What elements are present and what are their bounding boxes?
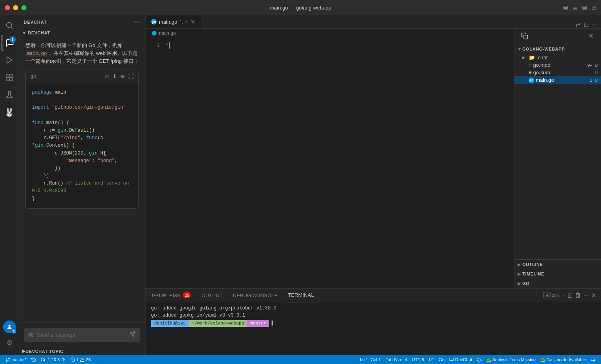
- code-block-actions: ⧉ ⬇ ⊕ ⛶: [105, 72, 134, 81]
- panel-toggle-icon[interactable]: ▣: [581, 4, 588, 11]
- chat-input-area: ⊕: [19, 323, 145, 347]
- outline-header[interactable]: ▶ OUTLINE: [514, 260, 601, 269]
- activity-devchat[interactable]: 3: [2, 35, 17, 51]
- devchat-section-header[interactable]: ▼ DEVCHAT: [19, 29, 145, 37]
- status-devchat[interactable]: DevChat: [447, 355, 474, 364]
- copy-icon[interactable]: ⧉: [105, 72, 109, 81]
- explorer-section-header[interactable]: ▼ GOLANG-WEBAPP: [514, 44, 601, 54]
- status-cloud[interactable]: [474, 355, 484, 364]
- activity-search[interactable]: [2, 17, 17, 33]
- expand-icon[interactable]: ⛶: [128, 72, 134, 81]
- split-terminal-icon[interactable]: ⊡: [567, 292, 573, 299]
- timeline-header[interactable]: ▶ TIMELINE: [514, 269, 601, 279]
- close-sidebar-icon[interactable]: ✕: [585, 30, 596, 41]
- cursor-line: ^: [165, 41, 514, 50]
- maximize-dot[interactable]: [21, 5, 26, 10]
- go-chevron-icon: ▶: [518, 281, 522, 286]
- panel-tab-terminal[interactable]: TERMINAL: [283, 289, 319, 302]
- code-lang: go: [30, 73, 36, 80]
- insert-icon[interactable]: ⬇: [112, 72, 117, 81]
- status-language[interactable]: Go: [437, 355, 447, 364]
- tab-close-icon[interactable]: ✕: [191, 19, 195, 25]
- tree-maingo-file[interactable]: go main.go 1, U: [514, 76, 601, 84]
- main-container: 3 🐰 1 ⚙ DEVCHA: [0, 15, 601, 355]
- diff-icon[interactable]: ⊕: [120, 72, 125, 81]
- status-tab-size[interactable]: Tab Size: 4: [383, 355, 409, 364]
- chat-input[interactable]: [37, 332, 126, 338]
- layout-icon[interactable]: ⊟: [591, 4, 597, 11]
- outline-chevron-icon: ▶: [518, 262, 522, 267]
- kill-terminal-icon[interactable]: 🗑: [575, 292, 581, 299]
- problems-badge: 26: [183, 292, 191, 298]
- devchat-topic-header[interactable]: ▶ DEVCHAT-TOPIC: [19, 347, 145, 355]
- terminal-label: TERMINAL: [288, 292, 314, 298]
- line-numbers: 1: [146, 38, 165, 288]
- tree-badge-maingo: 1, U: [590, 78, 598, 83]
- encoding-text: UTF-8: [412, 357, 424, 362]
- activity-lab[interactable]: [2, 87, 17, 103]
- status-branch[interactable]: master*: [3, 355, 29, 364]
- status-notifications[interactable]: [588, 355, 598, 364]
- panel-actions: ⊞ zsh + ⊡ 🗑 ··· ✕: [540, 292, 599, 299]
- error-count: 1: [76, 357, 79, 362]
- send-icon[interactable]: [129, 331, 136, 339]
- panel-tab-problems[interactable]: PROBLEMS 26: [147, 289, 196, 302]
- editor-body[interactable]: 1 ^: [146, 38, 514, 288]
- account-avatar[interactable]: 1: [3, 321, 16, 333]
- minimize-dot[interactable]: [13, 5, 18, 10]
- status-go-version[interactable]: Go 1.20.3: [38, 355, 68, 364]
- output-label: OUTPUT: [201, 292, 222, 298]
- prompt-path: ~/Work/golang-webapp: [189, 320, 247, 327]
- branch-name: master*: [11, 357, 26, 362]
- copy-sidebar-icon[interactable]: [519, 30, 530, 41]
- terminal-line-2: go: added gopkg.in/yaml.v3 v3.0.1: [151, 312, 595, 319]
- statusbar: master* Go 1.20.3 1 25 Ln 1, Col 1 Tab S…: [0, 355, 601, 364]
- sidebar-toggle-icon[interactable]: ▣: [562, 4, 569, 11]
- activity-settings[interactable]: ⚙: [2, 335, 17, 351]
- editor-content[interactable]: ^: [165, 38, 514, 288]
- activity-rabbit[interactable]: 🐰: [2, 104, 17, 120]
- activity-extensions[interactable]: [2, 70, 17, 85]
- status-position[interactable]: Ln 1, Col 1: [357, 355, 383, 364]
- lightning-icon: [61, 357, 66, 362]
- error-icon: [70, 357, 75, 362]
- mod-file-icon: ≡: [529, 62, 532, 68]
- status-go-update[interactable]: Go Update Available: [538, 355, 588, 364]
- tree-chat-folder[interactable]: ▶ 📁 .chat: [514, 54, 601, 61]
- panel-tab-debug[interactable]: DEBUG CONSOLE: [228, 289, 282, 302]
- tree-item-label: go.mod: [533, 62, 550, 68]
- more-terminal-icon[interactable]: ···: [584, 292, 589, 299]
- status-encoding[interactable]: UTF-8: [410, 355, 427, 364]
- close-dot[interactable]: [5, 5, 10, 10]
- close-panel-icon[interactable]: ✕: [591, 292, 596, 299]
- window-controls: [5, 5, 26, 10]
- editor-breadcrumb: main.go: [146, 29, 514, 38]
- devchat-badge: 3: [9, 36, 16, 43]
- tree-gomod-file[interactable]: ≡ go.mod 9+, U: [514, 61, 601, 69]
- activity-run[interactable]: [2, 52, 17, 68]
- add-terminal-icon[interactable]: +: [561, 292, 565, 299]
- tab-main-go[interactable]: go main.go 1, U ✕: [146, 15, 201, 28]
- status-analysis-tools[interactable]: Analysis Tools Missing: [484, 355, 538, 364]
- activity-bar: 3 🐰 1 ⚙: [0, 15, 19, 355]
- go-header[interactable]: ▶ GO: [514, 279, 601, 288]
- language-text: Go: [439, 357, 445, 362]
- sum-file-icon: ≡: [529, 70, 532, 75]
- status-line-ending[interactable]: LF: [427, 355, 437, 364]
- editor-toggle-icon[interactable]: ▤: [572, 4, 578, 11]
- status-errors[interactable]: 1 25: [68, 355, 93, 364]
- tree-item-label: go.sum: [533, 70, 550, 75]
- status-sync[interactable]: [29, 355, 38, 364]
- go-update-text: Go Update Available: [546, 357, 586, 362]
- chevron-right-icon: ▶: [22, 349, 26, 354]
- panel-tab-output[interactable]: OUTPUT: [197, 289, 227, 302]
- tree-gosum-file[interactable]: ≡ go.sum U: [514, 69, 601, 76]
- more-actions-icon[interactable]: ···: [592, 21, 597, 28]
- line-ending-text: LF: [429, 357, 434, 362]
- empty-chevron: [522, 63, 527, 67]
- sidebar-more-icon[interactable]: ···: [134, 19, 140, 26]
- split-editor-icon[interactable]: ⊡: [584, 21, 589, 28]
- add-icon[interactable]: ⊕: [28, 331, 34, 339]
- compare-icon[interactable]: ⇄: [575, 21, 580, 28]
- devchat-section: ▼ DEVCHAT 然后，你可以创建一个新的 Go 文件，例如 main.go，…: [19, 29, 145, 355]
